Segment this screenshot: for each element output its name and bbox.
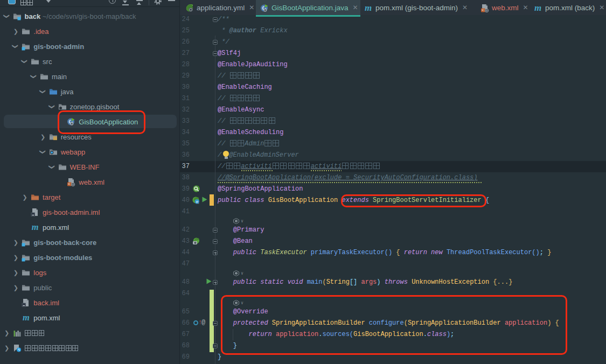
- svg-text:<: <: [68, 183, 70, 186]
- svg-text:<: <: [482, 9, 484, 12]
- svg-text:e: e: [196, 199, 199, 204]
